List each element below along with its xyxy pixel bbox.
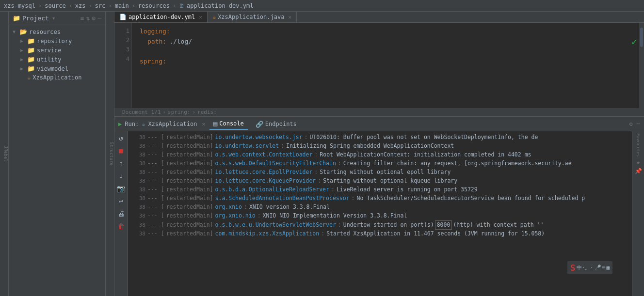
up-icon[interactable]: ↑	[118, 158, 124, 168]
keyword-path: path:	[147, 37, 166, 47]
run-label: ▶ Run: ☕ XzsApplication ✕	[118, 121, 206, 127]
rerun-icon[interactable]: ↺	[118, 133, 124, 143]
run-icon: ▶	[118, 121, 122, 127]
breadcrumb-item-3: xzs	[75, 2, 86, 9]
keyword-spring: spring:	[140, 57, 166, 67]
console-output: 38 --- [ restartedMain] io.undertow.webs…	[128, 131, 632, 296]
clear-icon[interactable]: 🗑	[117, 221, 126, 231]
arrow-icon	[20, 66, 25, 71]
breadcrumb-redis: redis:	[197, 109, 217, 115]
checkmark-icon: ✓	[631, 36, 637, 47]
arrow-icon	[20, 38, 25, 44]
fav-pin-icon[interactable]: 📌	[635, 168, 642, 174]
tab-xzsapplication[interactable]: ☕ XzsApplication.java ✕	[208, 12, 297, 22]
tree-item-resources[interactable]: 📂 resources	[9, 27, 105, 36]
log-line-5: 38 --- [ restartedMain] io.lettuce.core.…	[128, 168, 632, 177]
code-area[interactable]: logging: path: ./log/ spring:	[132, 23, 639, 108]
favorites-bar: Favorites ★ 📌	[632, 131, 644, 296]
fav-star-icon[interactable]: ★	[636, 159, 640, 166]
structure-bar: Structure	[106, 12, 114, 296]
tree-item-service[interactable]: 📁 service	[16, 46, 105, 55]
value-path: ./log/	[169, 37, 192, 47]
input-method-bar: S 中·。· 🎤 ⌨ ▦	[567, 261, 612, 274]
log-line-7: 38 --- [ restartedMain] o.s.b.d.a.Option…	[128, 186, 632, 194]
folder-icon: 📁	[27, 47, 35, 54]
settings-icon[interactable]: ⚙	[92, 15, 96, 22]
arrow-icon	[20, 47, 25, 53]
yaml-icon: 📄	[119, 14, 127, 20]
editor-tabs: 📄 application-dev.yml ✕ ☕ XzsApplication…	[114, 12, 644, 23]
run-panel-header: ▶ Run: ☕ XzsApplication ✕ ▤ Console 🔗 En…	[114, 117, 644, 131]
sidebar-title: 📁 Project ▾	[13, 15, 56, 22]
tree-label-repository: repository	[37, 38, 72, 45]
sidebar-controls: ≡ ⇅ ⚙ ─	[80, 15, 101, 22]
log-line-4: 38 --- [ restartedMain] o.s.s.web.Defaul…	[128, 159, 632, 168]
doc-info: Document 1/1	[122, 109, 161, 115]
tree-label-resources: resources	[29, 29, 61, 35]
java-icon: ☕	[212, 14, 216, 20]
collapse-all-icon[interactable]: ≡	[80, 15, 84, 22]
console-controls: ↺ ■ ↑ ↓ 📷 ↩ 🖨 🗑	[114, 131, 128, 296]
keyword-logging: logging:	[140, 27, 170, 37]
im-keyboard-icon: ⌨	[602, 265, 606, 271]
run-tab-close[interactable]: ✕	[202, 121, 206, 127]
close-icon[interactable]: ─	[97, 15, 101, 22]
line-numbers: 1 2 3 4	[114, 23, 132, 108]
run-panel: ▶ Run: ☕ XzsApplication ✕ ▤ Console 🔗 En…	[114, 117, 644, 296]
im-mic-icon: 🎤	[595, 265, 601, 271]
breadcrumb: xzs-mysql › source › xzs › src › main › …	[0, 0, 644, 12]
print-icon[interactable]: 🖨	[117, 209, 126, 218]
tree-item-viewmodel[interactable]: 📁 viewmodel	[16, 64, 105, 73]
editor-scrollbar[interactable]	[639, 23, 644, 108]
camera-icon[interactable]: 📷	[116, 184, 126, 193]
log-line-1: 38 --- [ restartedMain] io.undertow.webs…	[128, 133, 632, 142]
tab-close-xzsapp[interactable]: ✕	[288, 14, 291, 20]
log-line-8: 38 --- [ restartedMain] s.a.ScheduledAnn…	[128, 194, 632, 203]
sidebar-title-label: Project	[22, 15, 49, 22]
chevron-down-icon[interactable]: ▾	[52, 15, 56, 22]
jrebel-label: JRebel	[3, 146, 8, 162]
console-icon: ▤	[213, 120, 217, 127]
breadcrumb-file-icon: 🗎	[179, 2, 185, 9]
sidebar-header: 📁 Project ▾ ≡ ⇅ ⚙ ─	[9, 12, 105, 25]
code-line-4: spring:	[140, 57, 631, 67]
tab-endpoints-label: Endpoints	[265, 121, 297, 127]
favorites-label: Favorites	[636, 133, 641, 157]
panel-minimize-icon[interactable]: ─	[637, 121, 640, 127]
tab-close-appdev[interactable]: ✕	[199, 14, 202, 20]
breadcrumb-item-6: resources	[138, 2, 170, 9]
project-sidebar: 📁 Project ▾ ≡ ⇅ ⚙ ─ 📂 resources	[9, 12, 106, 296]
tab-console[interactable]: ▤ Console	[209, 118, 248, 130]
code-line-3	[140, 47, 631, 57]
folder-icon: 📁	[27, 56, 35, 63]
expand-icon[interactable]: ⇅	[86, 15, 90, 22]
breadcrumb-item-2: source	[45, 2, 65, 9]
stop-icon[interactable]: ■	[118, 146, 124, 156]
folder-icon: 📁	[13, 15, 20, 22]
tree-label-xzsapplication: XzsApplication	[32, 74, 81, 81]
arrow-icon	[13, 29, 17, 34]
tab-label-appdev: application-dev.yml	[129, 14, 195, 20]
tree-label-service: service	[37, 47, 62, 54]
down-icon[interactable]: ↓	[118, 171, 124, 181]
tab-endpoints[interactable]: 🔗 Endpoints	[252, 119, 301, 129]
tab-application-dev[interactable]: 📄 application-dev.yml ✕	[114, 12, 208, 22]
run-app-name: XzsApplication	[148, 121, 197, 127]
tree-item-xzsapplication[interactable]: ☕ XzsApplication	[16, 73, 105, 82]
folder-icon: 📁	[27, 37, 35, 45]
folder-icon: 📂	[19, 28, 27, 35]
code-line-2: path: ./log/	[140, 37, 631, 47]
java-file-icon: ☕	[27, 74, 31, 81]
arrow-icon	[20, 57, 25, 62]
tree-item-repository[interactable]: 📁 repository	[16, 36, 105, 46]
log-line-9: 38 --- [ restartedMain] org.xnio : XNIO …	[128, 203, 632, 212]
log-line-11: 38 --- [ restartedMain] o.s.b.w.e.u.Unde…	[128, 220, 632, 230]
log-line-3: 38 --- [ restartedMain] o.s.web.context.…	[128, 151, 632, 159]
editor-breadcrumb: Document 1/1 › spring: › redis:	[114, 108, 644, 117]
panel-settings-icon[interactable]: ⚙	[629, 121, 633, 127]
run-app-icon: ☕	[142, 121, 145, 127]
code-line-1: logging:	[140, 27, 631, 37]
editor-area: 📄 application-dev.yml ✕ ☕ XzsApplication…	[114, 12, 644, 117]
tree-item-utility[interactable]: 📁 utility	[16, 55, 105, 64]
wrap-icon[interactable]: ↩	[118, 196, 124, 206]
